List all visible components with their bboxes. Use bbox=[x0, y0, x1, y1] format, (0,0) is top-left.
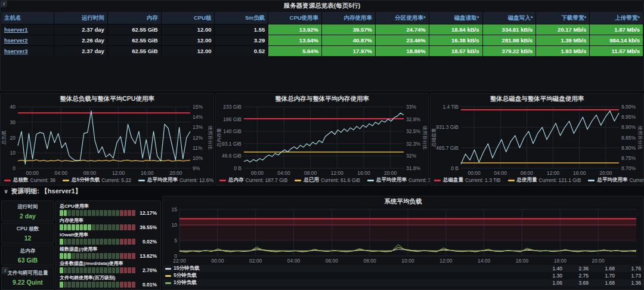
legend-series-name: 总使用量 bbox=[517, 177, 537, 184]
gauge-cell bbox=[64, 224, 67, 230]
svg-text:10: 10 bbox=[10, 150, 16, 156]
gauge-label: 文件句柄使用率(百万级别) bbox=[60, 274, 157, 281]
legend-item[interactable]: 总平均使用率Current: 8.9% bbox=[588, 177, 644, 184]
host-link[interactable]: hserver2 bbox=[4, 37, 28, 44]
gauge-value: 39.55% bbox=[135, 224, 157, 230]
panel-info-icon[interactable]: i bbox=[1, 1, 7, 7]
legend-stat-value: 1.06 bbox=[536, 280, 562, 286]
gauge-cell bbox=[128, 210, 131, 216]
table-header-1[interactable]: 运行时间 bbox=[54, 12, 107, 24]
svg-text:12:00: 12:00 bbox=[547, 170, 560, 176]
table-header-3[interactable]: CPU核 bbox=[162, 12, 215, 24]
table-cell: 17.97% bbox=[322, 46, 375, 56]
svg-text:16:00: 16:00 bbox=[141, 170, 154, 176]
chevron-down-icon[interactable]: ∨ bbox=[4, 188, 8, 195]
legend-current-value: Current: 8.9% bbox=[629, 177, 644, 183]
panel-info-icon[interactable]: i bbox=[2, 267, 8, 274]
table-header-7[interactable]: 分区使用率* bbox=[376, 12, 429, 24]
legend-item[interactable]: 总平均使用率Current: 12.6% bbox=[138, 177, 213, 184]
legend-series-name[interactable]: 1分钟负载 bbox=[174, 279, 197, 286]
table-cell: 1.39 Mb/s bbox=[536, 35, 589, 45]
gauge-cell bbox=[108, 239, 112, 245]
legend-item[interactable]: 总磁盘量Current: 1.3 TiB bbox=[434, 177, 501, 184]
gauge-cell bbox=[120, 253, 123, 259]
svg-text:14:00: 14:00 bbox=[478, 258, 491, 264]
table-header-0[interactable]: 主机名 bbox=[1, 12, 54, 24]
table-header-6[interactable]: 内存使用率 bbox=[322, 12, 375, 24]
gauge-cell bbox=[76, 253, 79, 259]
svg-text:00:00: 00:00 bbox=[26, 170, 39, 176]
gauge-cell bbox=[120, 282, 123, 288]
svg-text:8.90%: 8.90% bbox=[621, 124, 636, 130]
table-header-4[interactable]: 5m负载 bbox=[215, 12, 268, 24]
svg-text:04:00: 04:00 bbox=[494, 170, 507, 176]
host-link[interactable]: hserver3 bbox=[4, 48, 28, 54]
host-link[interactable]: hserver1 bbox=[4, 26, 28, 33]
table-cell: 18.84 kB/s bbox=[429, 24, 482, 35]
svg-text:93.1 GiB: 93.1 GiB bbox=[222, 141, 242, 147]
gauge-cell bbox=[76, 210, 79, 216]
gauge-cell bbox=[92, 239, 95, 245]
legend-item[interactable]: 总内存Current: 187.7 GiB bbox=[219, 177, 287, 184]
gauge-cell bbox=[108, 282, 112, 288]
chart-title[interactable]: 整体总内存与整体平均内存使用率 bbox=[216, 94, 428, 104]
svg-text:5: 5 bbox=[174, 237, 177, 243]
table-header-8[interactable]: 磁盘读取* bbox=[429, 12, 482, 24]
legend-series-name[interactable]: 15分钟负载 bbox=[174, 265, 199, 272]
table-header-5[interactable]: CPU使用率 bbox=[268, 12, 321, 24]
svg-text:20: 20 bbox=[10, 135, 16, 141]
table-cell: 1.87 Mb/s bbox=[590, 24, 643, 35]
stat-value: 2 day bbox=[2, 212, 54, 220]
gauge-cell bbox=[64, 210, 67, 216]
gauge-文件句柄使用率(百万级别): 文件句柄使用率(百万级别)0.01% bbox=[60, 274, 157, 288]
legend-stat-value: 2.36 bbox=[562, 266, 589, 272]
detail-row-header[interactable]: ∨资源明细: 【hserver1】 bbox=[4, 187, 82, 196]
chart-title[interactable]: 系统平均负载 bbox=[163, 196, 643, 206]
svg-text:20:00: 20:00 bbox=[592, 258, 605, 264]
gauge-cell bbox=[92, 253, 95, 259]
legend-item[interactable]: 总使用量Current: 121.1 GiB bbox=[508, 177, 581, 184]
gauge-label: IOwait使用率 bbox=[60, 232, 157, 238]
stat-panel-file-handles: i 文件句柄可用总量 9.22 Quint bbox=[1, 267, 54, 290]
svg-text:13%: 13% bbox=[193, 124, 203, 130]
gauge-cell bbox=[96, 210, 100, 216]
gauge-cell bbox=[88, 210, 91, 216]
table-header-11[interactable]: 上传带宽* bbox=[590, 12, 643, 24]
table-cell: 334.81 kB/s bbox=[483, 24, 536, 35]
gauge-bar bbox=[60, 224, 135, 230]
legend-item[interactable]: 总5分钟负载Current: 5.22 bbox=[63, 177, 131, 184]
gauge-cell bbox=[124, 267, 128, 273]
table-panel-title[interactable]: 服务器资源总览表(每页6行) bbox=[1, 1, 643, 11]
svg-text:0 B: 0 B bbox=[451, 165, 459, 171]
host-cell: hserver1 bbox=[1, 24, 54, 35]
legend-swatch bbox=[4, 180, 11, 181]
svg-text:8.95%: 8.95% bbox=[621, 114, 636, 120]
legend-series-name[interactable]: 5分钟负载 bbox=[174, 272, 197, 279]
svg-text:8.85%: 8.85% bbox=[621, 135, 636, 141]
chart-title[interactable]: 整体总负载与整体平均CPU使用率 bbox=[1, 94, 213, 104]
gauge-cell bbox=[88, 239, 91, 245]
disk-chart: 0 B465.7 GiB931.3 GiB1.4 TiB8.70%8.75%8.… bbox=[431, 104, 643, 176]
svg-text:0 B: 0 B bbox=[234, 165, 242, 171]
chart-legend: 总内存Current: 187.7 GiB总已用Current: 61.6 Gi… bbox=[216, 176, 428, 184]
gauge-cell bbox=[92, 210, 95, 216]
chart-title[interactable]: 整体总磁盘与整体平均磁盘使用率 bbox=[431, 94, 643, 104]
svg-text:10%: 10% bbox=[193, 155, 203, 161]
stat-panel-total-memory: 总内存 63 GiB bbox=[1, 245, 54, 266]
gauge-cell bbox=[104, 239, 107, 245]
table-header-10[interactable]: 下载带宽* bbox=[536, 12, 589, 24]
legend-item[interactable]: 总已用Current: 61.6 GiB bbox=[295, 177, 360, 184]
usage-gauges-panel: 总CPU使用率12.17%内存使用率39.55%IOwait使用率0.02%根数… bbox=[55, 200, 161, 290]
gauge-cell bbox=[100, 224, 103, 230]
gauge-cell bbox=[112, 210, 116, 216]
gauge-总CPU使用率: 总CPU使用率12.17% bbox=[60, 203, 157, 216]
table-cell: 12.00 bbox=[162, 24, 215, 35]
legend-swatch bbox=[219, 180, 226, 181]
svg-text:32%: 32% bbox=[406, 153, 416, 159]
stat-title: 总内存 bbox=[2, 248, 54, 255]
table-header-2[interactable]: 内存 bbox=[108, 12, 161, 24]
legend-series-name: 总核数 bbox=[13, 177, 29, 184]
legend-item[interactable]: 总核数Current: 36 bbox=[4, 177, 55, 184]
gauge-value: 0.01% bbox=[135, 282, 157, 288]
table-header-9[interactable]: 磁盘写入* bbox=[483, 12, 536, 24]
